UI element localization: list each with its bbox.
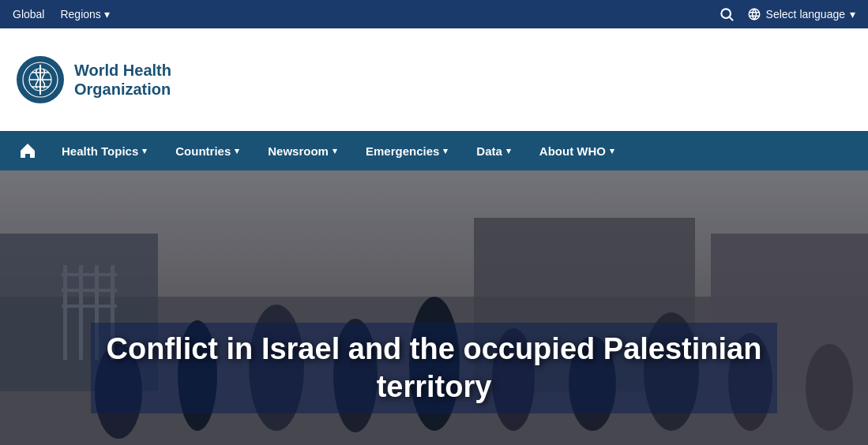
regions-label: Regions bbox=[60, 8, 100, 21]
top-bar: Global Regions ▾ Select language ▾ bbox=[0, 0, 868, 28]
nav-emergencies-chevron-icon: ▾ bbox=[443, 146, 448, 156]
language-label: Select language bbox=[766, 8, 845, 21]
nav-data-label: Data bbox=[476, 144, 502, 158]
nav-emergencies-label: Emergencies bbox=[366, 144, 439, 158]
org-name-line1: World Health bbox=[74, 61, 171, 80]
regions-button[interactable]: Regions ▾ bbox=[60, 8, 109, 21]
hero-headline-line1: Conflict in Israel and the occupied Pale… bbox=[107, 332, 762, 365]
nav-health-topics-label: Health Topics bbox=[62, 144, 138, 158]
nav-item-countries[interactable]: Countries ▾ bbox=[161, 131, 254, 170]
logo-container[interactable]: World Health Organization bbox=[16, 55, 171, 104]
nav-item-newsroom[interactable]: Newsroom ▾ bbox=[254, 131, 351, 170]
hero-headline: Conflict in Israel and the occupied Pale… bbox=[91, 323, 778, 413]
org-name-line2: Organization bbox=[74, 80, 171, 99]
nav-home-button[interactable] bbox=[8, 131, 47, 170]
main-nav: Health Topics ▾ Countries ▾ Newsroom ▾ E… bbox=[0, 131, 868, 170]
search-icon bbox=[719, 6, 735, 22]
hero-text-block: Conflict in Israel and the occupied Pale… bbox=[0, 307, 868, 429]
language-icon bbox=[747, 7, 761, 21]
hero-headline-line2: territory bbox=[377, 370, 492, 403]
top-bar-left: Global Regions ▾ bbox=[13, 8, 110, 21]
nav-about-who-chevron-icon: ▾ bbox=[610, 146, 614, 156]
nav-data-chevron-icon: ▾ bbox=[506, 146, 511, 156]
hero-section: Conflict in Israel and the occupied Pale… bbox=[0, 170, 868, 445]
language-chevron-icon: ▾ bbox=[850, 8, 855, 21]
nav-item-health-topics[interactable]: Health Topics ▾ bbox=[47, 131, 161, 170]
nav-countries-label: Countries bbox=[175, 144, 231, 158]
nav-item-about-who[interactable]: About WHO ▾ bbox=[525, 131, 629, 170]
nav-item-emergencies[interactable]: Emergencies ▾ bbox=[351, 131, 462, 170]
global-link[interactable]: Global bbox=[13, 8, 44, 21]
nav-health-topics-chevron-icon: ▾ bbox=[142, 146, 147, 156]
logo-area: World Health Organization bbox=[0, 28, 868, 131]
svg-line-1 bbox=[729, 17, 732, 21]
home-icon bbox=[18, 141, 37, 160]
search-button[interactable] bbox=[719, 6, 735, 22]
regions-chevron-icon: ▾ bbox=[104, 8, 110, 21]
org-name: World Health Organization bbox=[74, 61, 171, 99]
nav-item-data[interactable]: Data ▾ bbox=[462, 131, 525, 170]
nav-countries-chevron-icon: ▾ bbox=[235, 146, 239, 156]
top-bar-right: Select language ▾ bbox=[719, 6, 855, 22]
nav-newsroom-chevron-icon: ▾ bbox=[333, 146, 337, 156]
language-selector[interactable]: Select language ▾ bbox=[747, 7, 855, 21]
nav-about-who-label: About WHO bbox=[539, 144, 606, 158]
who-emblem-icon bbox=[16, 55, 65, 104]
nav-newsroom-label: Newsroom bbox=[268, 144, 329, 158]
